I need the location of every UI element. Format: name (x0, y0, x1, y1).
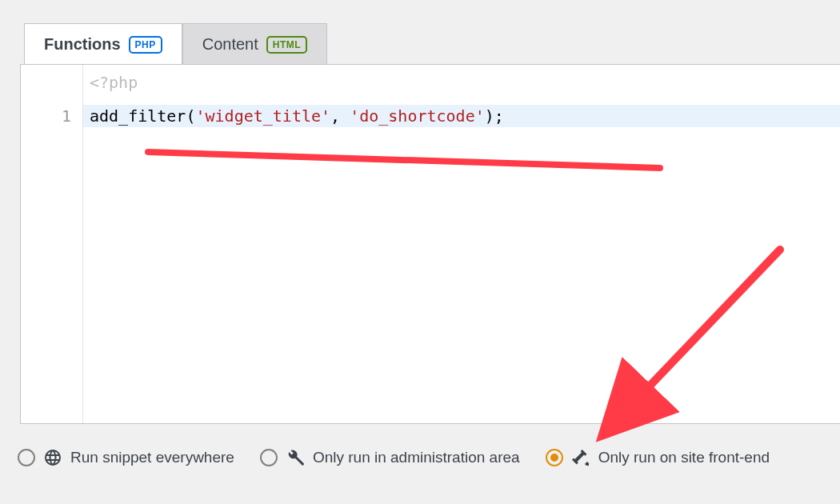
wrench-icon (286, 448, 305, 467)
radio-everywhere[interactable] (18, 449, 35, 466)
radio-admin[interactable] (260, 449, 278, 466)
html-badge: HTML (266, 36, 307, 54)
code-area[interactable]: <?php add_filter('widget_title', 'do_sho… (83, 65, 840, 423)
php-badge: PHP (129, 36, 162, 54)
scope-options: Run snippet everywhere Only run in admin… (0, 424, 840, 467)
radio-front[interactable] (546, 449, 563, 466)
scope-everywhere[interactable]: Run snippet everywhere (18, 448, 234, 467)
hammer-icon (571, 448, 590, 467)
line-number: 1 (21, 105, 71, 127)
scope-front[interactable]: Only run on site front-end (546, 448, 770, 467)
tab-functions[interactable]: Functions PHP (24, 23, 182, 65)
scope-everywhere-label: Run snippet everywhere (70, 449, 234, 466)
php-open-tag: <?php (90, 71, 840, 94)
tabs: Functions PHP Content HTML (0, 0, 840, 64)
scope-admin-label: Only run in administration area (313, 449, 520, 466)
code-snippet-panel: Functions PHP Content HTML 1 <?php add_f… (0, 0, 840, 467)
code-line-1: add_filter('widget_title', 'do_shortcode… (90, 105, 840, 127)
gutter: 1 (21, 65, 83, 423)
code-editor[interactable]: 1 <?php add_filter('widget_title', 'do_s… (20, 64, 840, 424)
scope-admin[interactable]: Only run in administration area (260, 448, 520, 467)
scope-front-label: Only run on site front-end (598, 449, 770, 466)
tab-content[interactable]: Content HTML (182, 23, 327, 65)
tab-functions-label: Functions (44, 35, 121, 54)
tab-content-label: Content (202, 35, 258, 54)
globe-icon (43, 448, 62, 467)
